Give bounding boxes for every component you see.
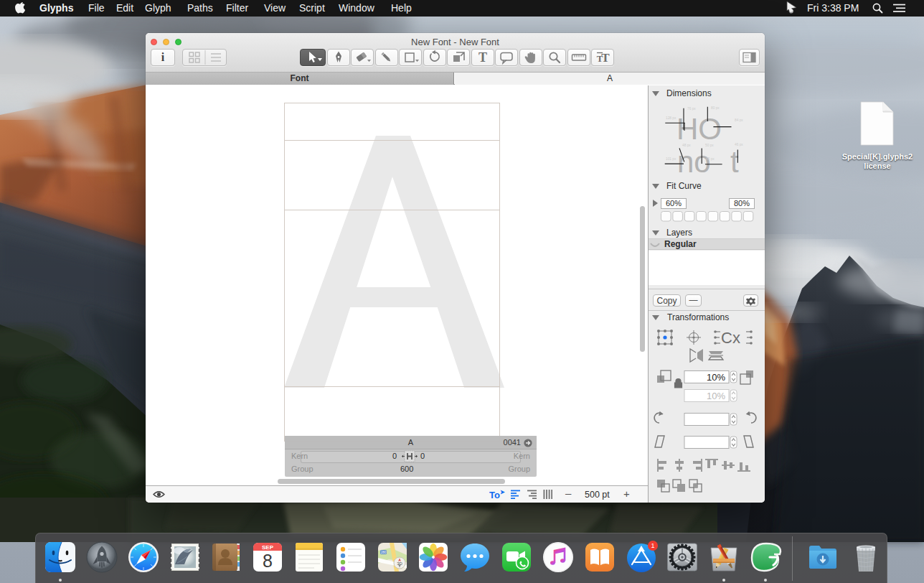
svg-text:10%: 10% (707, 391, 725, 401)
svg-text:101 px: 101 px (666, 157, 676, 161)
svg-text:85 px: 85 px (706, 157, 715, 161)
svg-text:no: no (677, 145, 711, 179)
svg-text:46 px: 46 px (735, 143, 743, 146)
svg-text:76 px: 76 px (687, 107, 696, 111)
svg-text:10%: 10% (707, 372, 725, 383)
svg-text:1: 1 (651, 542, 654, 549)
svg-text:T: T (478, 50, 487, 65)
svg-text:8: 8 (263, 551, 273, 571)
svg-text:280: 280 (380, 551, 386, 554)
svg-text:128 px: 128 px (666, 116, 676, 120)
svg-text:84 px: 84 px (735, 118, 743, 122)
svg-text:50 px: 50 px (705, 144, 714, 147)
svg-text:48 px: 48 px (682, 144, 691, 147)
svg-text:Cx: Cx (721, 329, 740, 347)
svg-text:T: T (601, 51, 610, 65)
svg-text:SEP: SEP (262, 544, 274, 551)
svg-text:80 px: 80 px (711, 106, 720, 110)
svg-text:3D: 3D (397, 561, 402, 566)
